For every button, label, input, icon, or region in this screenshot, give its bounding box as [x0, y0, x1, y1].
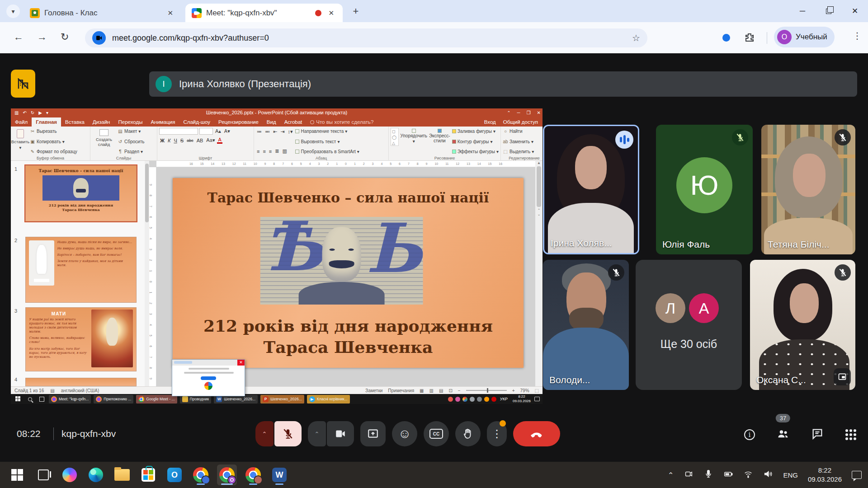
shape-effects-button[interactable]: Эффекты фигуры▾	[452, 149, 499, 154]
prev-slide-button[interactable]: ⌃	[538, 208, 541, 212]
tray-icon[interactable]	[477, 397, 482, 402]
new-slide-button[interactable]: Создать слайд	[92, 128, 116, 155]
slide-scrollbar[interactable]: ▲⌃⌄	[535, 161, 542, 386]
quick-styles-button[interactable]: Экспресс-стили	[429, 129, 450, 143]
mic-in-use-icon[interactable]	[703, 469, 713, 481]
shared-clock[interactable]: 8:2209.03.2026	[511, 394, 532, 404]
pp-tab-view[interactable]: Вид	[263, 117, 280, 127]
window-restore-button[interactable]	[816, 0, 842, 22]
tile-tetiana[interactable]: Тетяна Біліч...	[761, 125, 855, 254]
cut-button[interactable]: ✂Вырезать	[30, 129, 77, 134]
pp-tab-file[interactable]: Файл	[11, 117, 32, 127]
font-size-input[interactable]	[199, 128, 213, 135]
popup-blue-button[interactable]	[201, 376, 216, 380]
select-button[interactable]: ⬚Выделить▾	[503, 149, 534, 154]
pp-tab-review[interactable]: Рецензирование	[214, 117, 263, 127]
underline-button[interactable]: Ч	[173, 138, 178, 143]
tray-icon[interactable]	[462, 397, 467, 402]
pp-tell-me[interactable]: Что вы хотите сделать?	[306, 117, 377, 127]
pp-ribbon-options-icon[interactable]: ⌃	[507, 110, 510, 115]
chrome-profile3-button[interactable]	[243, 465, 263, 485]
smartart-button[interactable]: Преобразовать в SmartArt▾	[295, 149, 359, 154]
screen-share-popup-window[interactable]: ✕	[172, 359, 245, 396]
slide-thumbnail-4[interactable]	[25, 378, 137, 386]
pp-restore-icon[interactable]: ❐	[527, 110, 531, 115]
view-sorter-icon[interactable]: ▥	[429, 388, 434, 393]
camera-options-chevron[interactable]: ⌃	[308, 421, 326, 446]
spellcheck-icon[interactable]: ▤	[50, 388, 54, 393]
tray-speaker-icon[interactable]	[470, 397, 475, 402]
fit-slide-icon[interactable]: ⬚	[535, 388, 539, 393]
shape-outline-button[interactable]: Контур фигуры▾	[452, 139, 499, 144]
numbering-button[interactable]: ≕	[264, 129, 271, 135]
tile-volodymyr[interactable]: Володи...	[543, 260, 629, 390]
chrome-profile2-button[interactable]: O	[217, 465, 237, 485]
forward-button[interactable]: →	[37, 31, 47, 43]
more-options-button[interactable]: ⋮	[487, 421, 507, 446]
camera-button[interactable]	[327, 421, 354, 446]
tray-icon[interactable]	[448, 397, 453, 402]
shared-search-icon[interactable]	[25, 395, 34, 403]
pp-close-icon[interactable]: ✕	[537, 110, 541, 115]
shared-start-button[interactable]	[14, 395, 23, 403]
notification-center-icon[interactable]	[852, 471, 862, 479]
shared-app-telegram[interactable]: Класні керівник...	[307, 395, 350, 404]
shape-fill-button[interactable]: Заливка фигуры▾	[452, 129, 499, 134]
shared-app-powerpoint[interactable]: PШевченко_2026...	[260, 395, 304, 404]
language-indicator[interactable]: ENG	[783, 471, 798, 479]
zoom-slider[interactable]	[466, 390, 507, 391]
tab-meet[interactable]: Meet: "kqp-qxfn-xbv" ✕	[185, 4, 343, 22]
picture-in-picture-icon[interactable]	[834, 368, 851, 385]
view-reading-icon[interactable]: ▤	[439, 388, 443, 393]
zoom-in-icon[interactable]: +	[512, 388, 515, 393]
outlook-button[interactable]: O	[165, 465, 184, 485]
tab-search-button[interactable]: ▾	[6, 5, 20, 18]
battery-icon[interactable]	[723, 469, 733, 481]
bullets-button[interactable]: ≔	[256, 129, 263, 135]
address-bar[interactable]: meet.google.com/kqp-qxfn-xbv?authuser=0 …	[85, 28, 647, 47]
tile-more-participants[interactable]: Л А Ще 30 осіб	[636, 260, 742, 390]
back-button[interactable]: ←	[14, 31, 24, 43]
camera-permission-icon[interactable]	[92, 31, 106, 45]
pp-minimize-icon[interactable]: ─	[517, 110, 520, 115]
language-status[interactable]: английский (США)	[61, 388, 99, 393]
paste-button[interactable]: Вставить▾	[13, 128, 28, 155]
close-tab-icon[interactable]: ✕	[326, 8, 336, 18]
shared-app-google-meet[interactable]: Google Meet - ...	[136, 395, 177, 404]
arrange-button[interactable]: Упорядочить▾	[401, 129, 428, 144]
shared-app-meet-tab[interactable]: Meet: "kqp-qxfn...	[49, 395, 91, 404]
task-view-button[interactable]	[33, 465, 53, 485]
align-text-button[interactable]: Выровнять текст▾	[295, 139, 359, 144]
speaker-icon[interactable]	[763, 469, 773, 481]
justify-button[interactable]: ≣	[274, 148, 280, 154]
activities-button[interactable]	[845, 429, 856, 440]
camera-in-use-icon[interactable]	[684, 469, 693, 481]
word-button[interactable]: W	[269, 465, 289, 485]
character-spacing-button[interactable]: АВ	[196, 138, 204, 143]
notes-button[interactable]: Заметки	[365, 388, 382, 393]
tray-icon[interactable]	[491, 397, 496, 402]
decrease-indent-button[interactable]: ⇤	[272, 129, 278, 135]
shrink-font-button[interactable]: А▾	[223, 128, 231, 134]
reset-button[interactable]: ↺Сбросить	[118, 139, 144, 144]
tab-classroom[interactable]: Головна - Клас ✕	[24, 4, 182, 22]
new-tab-button[interactable]: +	[349, 5, 363, 18]
layout-button[interactable]: ▤Макет▾	[118, 129, 144, 134]
zoom-out-icon[interactable]: −	[458, 388, 461, 393]
captions-button[interactable]: CC	[424, 421, 449, 446]
shared-app-attachment[interactable]: Приложению ...	[94, 395, 133, 404]
section-button[interactable]: ¶Раздел▾	[118, 149, 144, 154]
popup-close-icon[interactable]: ✕	[237, 360, 245, 366]
mic-mute-button[interactable]	[274, 421, 302, 446]
copilot-button[interactable]	[60, 465, 80, 485]
format-painter-button[interactable]: ✎Формат по образцу	[30, 149, 77, 154]
file-explorer-button[interactable]	[112, 465, 132, 485]
taskbar-clock[interactable]: 8:2209.03.2026	[808, 466, 842, 484]
shared-notification-icon[interactable]	[534, 397, 540, 401]
thumbnail-scrollbar[interactable]	[145, 161, 149, 386]
browser-menu-icon[interactable]: ⋮	[853, 30, 862, 41]
pp-tab-insert[interactable]: Вставка	[61, 117, 89, 127]
participants-button[interactable]: 37	[777, 427, 789, 442]
pp-tab-transitions[interactable]: Переходы	[114, 117, 146, 127]
pp-tab-home[interactable]: Главная	[32, 117, 61, 127]
